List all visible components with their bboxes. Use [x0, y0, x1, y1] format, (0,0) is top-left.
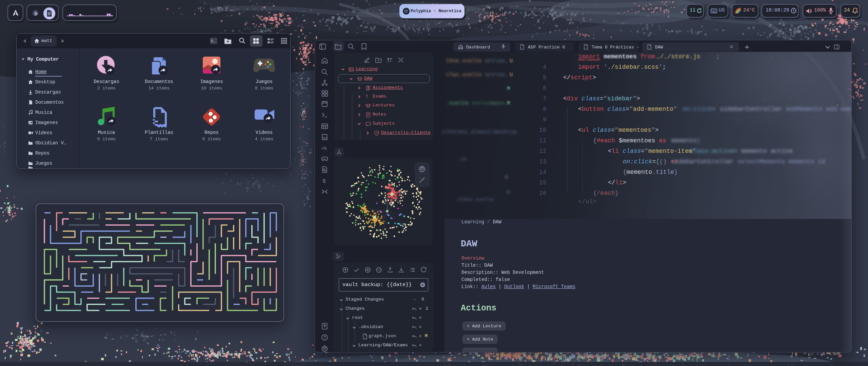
svg-text:<%: <% [321, 146, 327, 151]
svg-text:$_: $_ [211, 39, 215, 43]
svg-text:$: $ [322, 179, 326, 184]
svg-text:15: 15 [376, 132, 378, 135]
